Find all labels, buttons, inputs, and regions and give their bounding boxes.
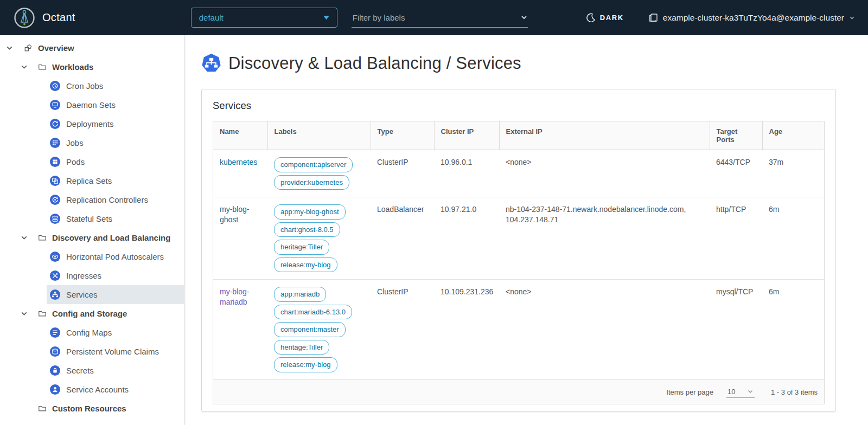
type-cell: ClusterIP [371, 280, 434, 379]
sidebar-item-deployments[interactable]: Deployments [47, 114, 184, 133]
sidebar-group-config-and-storage[interactable]: Config and Storage [0, 304, 184, 323]
hpa-icon [50, 252, 60, 262]
table-row: kubernetes component:apiserver provider:… [213, 150, 824, 197]
type-cell: ClusterIP [371, 150, 434, 197]
label-chip[interactable]: release:my-blog [274, 357, 337, 372]
overview-icon [24, 44, 33, 53]
cluster-icon [649, 13, 658, 22]
label-chip[interactable]: heritage:Tiller [274, 340, 329, 355]
items-per-page-select[interactable]: 10 [726, 387, 755, 398]
moon-icon [586, 13, 595, 22]
sidebar-item-service-accounts[interactable]: Service Accounts [47, 380, 184, 399]
dark-toggle-label: DARK [600, 14, 624, 22]
label-chip[interactable]: provider:kubernetes [274, 175, 349, 190]
label-filter [352, 8, 528, 28]
sidebar-item-replication-controllers[interactable]: Replication Controllers [47, 190, 184, 209]
label-chip[interactable]: chart:ghost-8.0.5 [274, 222, 340, 237]
column-header-cluster-ip: Cluster IP [434, 121, 499, 150]
sidebar-item-secrets[interactable]: Secrets [47, 361, 184, 380]
replica-sets-icon [50, 176, 60, 186]
external-ip-cell: <none> [499, 280, 710, 379]
service-link-my-blog-ghost[interactable]: my-blog-ghost [220, 205, 249, 224]
sidebar-item-services[interactable]: Services [47, 285, 184, 304]
sidebar-item-replica-sets[interactable]: Replica Sets [47, 171, 184, 190]
cluster-context-label: example-cluster-ka3TuTzYo4a@example-clus… [663, 13, 844, 23]
column-header-name: Name [213, 121, 267, 150]
chevron-down-icon[interactable] [5, 44, 14, 52]
ingresses-icon [50, 271, 60, 281]
table-header-row: Name Labels Type Cluster IP External IP … [213, 121, 824, 150]
pvc-icon [50, 346, 60, 357]
label-chip[interactable]: release:my-blog [274, 257, 337, 273]
sidebar-item-jobs[interactable]: Jobs [47, 133, 184, 152]
target-ports-cell: http/TCP [710, 197, 762, 280]
sidebar-group-custom-resources[interactable]: Custom Resources [0, 399, 184, 418]
age-cell: 37m [762, 150, 824, 197]
sidebar-item-pods[interactable]: Pods [47, 152, 184, 171]
chevron-down-icon[interactable] [20, 310, 29, 318]
age-cell: 6m [762, 280, 824, 379]
cluster-ip-cell: 10.109.231.236 [434, 280, 499, 379]
items-per-page-value: 10 [727, 388, 735, 396]
sidebar-item-overview[interactable]: Overview [0, 38, 184, 57]
sidebar-item-stateful-sets[interactable]: Stateful Sets [47, 209, 184, 228]
label-chip[interactable]: component:master [274, 322, 346, 337]
cluster-context-menu[interactable]: example-cluster-ka3TuTzYo4a@example-clus… [649, 13, 855, 23]
label-chip[interactable]: chart:mariadb-6.13.0 [274, 305, 352, 320]
sidebar-group-workloads[interactable]: Workloads [0, 57, 184, 76]
dark-theme-toggle[interactable]: DARK [586, 13, 624, 22]
items-per-page-label: Items per page [666, 388, 713, 396]
services-card: Services Name Labels Type Clust [201, 89, 836, 411]
page-title: Discovery & Load Balancing / Services [228, 54, 521, 73]
label-chip[interactable]: app:mariadb [274, 287, 326, 302]
namespace-value: default [199, 13, 224, 22]
sidebar-group-discovery-load-balancing[interactable]: Discovery and Load Balancing [0, 228, 184, 247]
pagination-range-label: 1 - 3 of 3 items [771, 388, 818, 396]
sidebar-item-daemon-sets[interactable]: Daemon Sets [47, 95, 184, 114]
page-header: Discovery & Load Balancing / Services [201, 53, 836, 73]
external-ip-cell: nb-104-237-148-71.newark.nodebalancer.li… [499, 197, 710, 280]
column-header-labels: Labels [267, 121, 371, 150]
label-chip[interactable]: component:apiserver [274, 157, 353, 172]
chevron-down-icon[interactable] [20, 234, 29, 242]
namespace-select[interactable]: default [191, 8, 337, 28]
folder-icon [38, 234, 47, 242]
services-icon [50, 289, 60, 300]
cluster-ip-cell: 10.96.0.1 [434, 150, 499, 197]
stateful-sets-icon [50, 214, 60, 224]
chevron-down-icon[interactable] [520, 14, 528, 21]
external-ip-cell: <none> [499, 150, 710, 197]
target-ports-cell: 6443/TCP [710, 150, 762, 197]
services-table: Name Labels Type Cluster IP External IP … [213, 121, 825, 404]
folder-icon [38, 310, 47, 318]
type-cell: LoadBalancer [371, 197, 434, 280]
column-header-external-ip: External IP [499, 121, 710, 150]
brand: Octant [14, 8, 75, 28]
table-row: my-blog-mariadb app:mariadb chart:mariad… [213, 280, 824, 379]
table-pagination: Items per page 10 1 - 3 of 3 items [213, 379, 824, 404]
labels-cell: app:mariadb chart:mariadb-6.13.0 compone… [267, 280, 371, 379]
deployments-icon [50, 119, 60, 129]
chevron-down-icon [747, 388, 754, 395]
table-row: my-blog-ghost app:my-blog-ghost chart:gh… [213, 197, 824, 280]
jobs-icon [50, 138, 60, 148]
labels-cell: app:my-blog-ghost chart:ghost-8.0.5 heri… [267, 197, 371, 280]
sidebar-item-ingresses[interactable]: Ingresses [47, 266, 184, 285]
label-chip[interactable]: app:my-blog-ghost [274, 204, 346, 220]
label-chip[interactable]: heritage:Tiller [274, 240, 329, 255]
main-content: Discovery & Load Balancing / Services Se… [184, 35, 868, 425]
folder-icon [38, 63, 47, 72]
service-link-kubernetes[interactable]: kubernetes [220, 158, 257, 166]
sidebar-item-config-maps[interactable]: Config Maps [47, 323, 184, 342]
services-page-icon [201, 53, 221, 73]
config-maps-icon [50, 327, 60, 338]
age-cell: 6m [762, 197, 824, 280]
chevron-down-icon[interactable] [20, 63, 29, 71]
sidebar-item-persistent-volume-claims[interactable]: Persistent Volume Claims [47, 342, 184, 361]
service-accounts-icon [50, 384, 60, 395]
sidebar-item-horizontal-pod-autoscalers[interactable]: Horizontal Pod Autoscalers [47, 247, 184, 266]
service-link-my-blog-mariadb[interactable]: my-blog-mariadb [220, 287, 249, 306]
pods-icon [50, 157, 60, 167]
label-filter-input[interactable] [352, 12, 520, 23]
sidebar-item-cron-jobs[interactable]: Cron Jobs [47, 76, 184, 95]
